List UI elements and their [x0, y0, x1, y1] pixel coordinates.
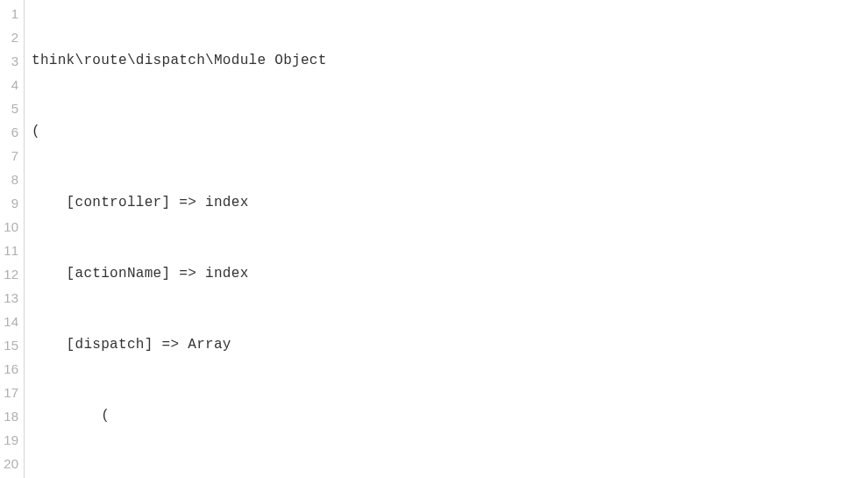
line-number: 4 [2, 73, 18, 96]
code-line: ( [32, 404, 327, 428]
line-number: 6 [2, 120, 18, 144]
line-number: 19 [2, 428, 18, 452]
line-number-gutter: 1 2 3 4 5 6 7 8 9 10 11 12 13 14 15 16 1… [0, 0, 25, 478]
line-number: 5 [2, 96, 18, 120]
line-number: 18 [2, 404, 18, 428]
line-number: 17 [2, 381, 18, 404]
line-number: 13 [2, 286, 18, 310]
line-number: 14 [2, 310, 18, 333]
line-number: 8 [2, 168, 18, 191]
line-number: 20 [2, 452, 18, 475]
line-number: 3 [2, 49, 18, 73]
line-number: 1 [2, 2, 18, 25]
line-number: 9 [2, 191, 18, 215]
code-line: [controller] => index [32, 191, 327, 215]
code-line: [actionName] => index [32, 262, 327, 286]
line-number: 12 [2, 262, 18, 286]
code-line: ( [32, 120, 327, 144]
line-number: 15 [2, 333, 18, 357]
line-number: 2 [2, 25, 18, 49]
line-number: 11 [2, 239, 18, 262]
code-line: [dispatch] => Array [32, 333, 327, 357]
code-area[interactable]: think\route\dispatch\Module Object ( [co… [25, 0, 327, 478]
line-number: 7 [2, 144, 18, 168]
line-number: 16 [2, 357, 18, 381]
code-line: think\route\dispatch\Module Object [32, 49, 327, 73]
line-number: 10 [2, 215, 18, 239]
